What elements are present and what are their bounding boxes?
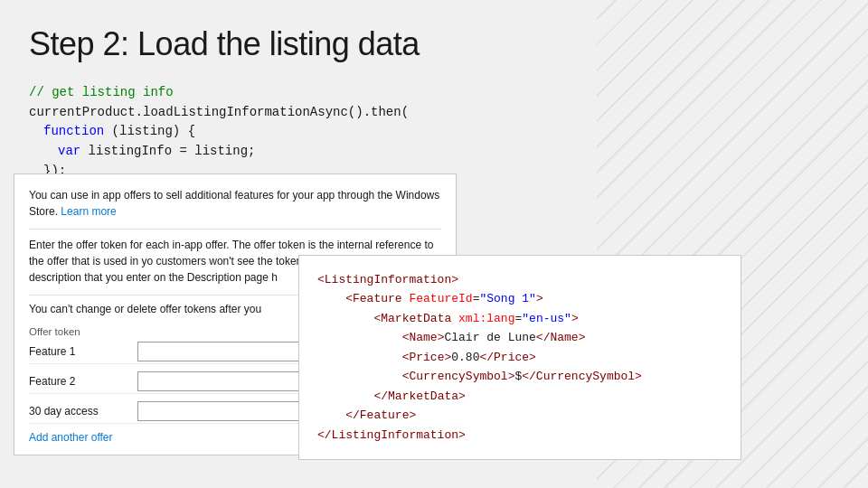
code-keyword-var: var <box>58 144 80 158</box>
feature2-label: Feature 2 <box>29 375 137 388</box>
overlay-right-panel: <ListingInformation> <Feature FeatureId=… <box>298 255 741 460</box>
learn-more-link[interactable]: Learn more <box>61 205 116 218</box>
divider1 <box>29 229 441 230</box>
feature1-label: Feature 1 <box>29 345 137 358</box>
30day-label: 30 day access <box>29 405 137 418</box>
30day-input[interactable] <box>137 401 318 421</box>
page-title: Step 2: Load the listing data <box>29 25 832 63</box>
code-line4-rest: listingInfo = listing; <box>80 144 255 158</box>
code-block: // get listing info currentProduct.loadL… <box>29 83 832 181</box>
code-line3-rest: (listing) { <box>104 124 195 138</box>
code-keyword-function: function <box>43 124 104 138</box>
overlay-text1: You can use in app offers to sell additi… <box>29 187 441 220</box>
code-comment: // get listing info <box>29 85 174 99</box>
code-line2: currentProduct.loadListingInformationAsy… <box>29 105 409 119</box>
feature2-input[interactable] <box>137 371 318 391</box>
feature1-input[interactable] <box>137 342 318 361</box>
xml-code-block: <ListingInformation> <Feature FeatureId=… <box>317 270 722 445</box>
